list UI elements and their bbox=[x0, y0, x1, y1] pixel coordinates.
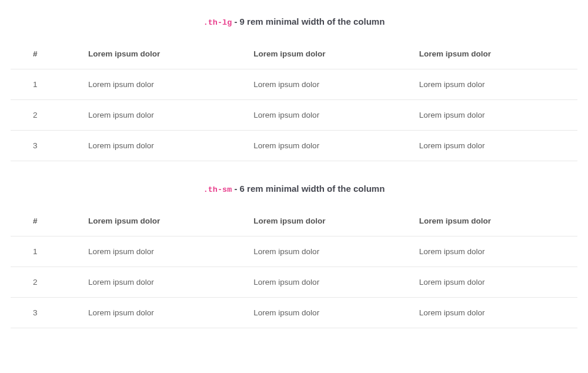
td-cell: Lorem ipsum dolor bbox=[412, 69, 577, 100]
th-col3: Lorem ipsum dolor bbox=[412, 206, 577, 237]
td-cell: Lorem ipsum dolor bbox=[412, 267, 577, 298]
td-index: 2 bbox=[11, 267, 81, 298]
td-cell: Lorem ipsum dolor bbox=[412, 298, 577, 328]
td-cell: Lorem ipsum dolor bbox=[412, 237, 577, 267]
td-cell: Lorem ipsum dolor bbox=[412, 100, 577, 131]
td-cell: Lorem ipsum dolor bbox=[81, 69, 246, 100]
td-index: 2 bbox=[11, 100, 81, 131]
td-cell: Lorem ipsum dolor bbox=[246, 100, 412, 131]
th-index: # bbox=[11, 39, 81, 69]
th-index: # bbox=[11, 206, 81, 237]
table-row: 3 Lorem ipsum dolor Lorem ipsum dolor Lo… bbox=[11, 298, 577, 328]
code-class-th-sm: .th-sm bbox=[203, 185, 232, 194]
section-th-lg: .th-lg - 9 rem minimal width of the colu… bbox=[11, 16, 577, 161]
table-th-lg-container: # Lorem ipsum dolor Lorem ipsum dolor Lo… bbox=[11, 39, 577, 161]
td-cell: Lorem ipsum dolor bbox=[246, 237, 412, 267]
td-cell: Lorem ipsum dolor bbox=[246, 131, 412, 161]
td-cell: Lorem ipsum dolor bbox=[246, 69, 412, 100]
section-desc-th-sm: - 6 rem minimal width of the column bbox=[232, 184, 385, 194]
section-desc-th-lg: - 9 rem minimal width of the column bbox=[232, 16, 385, 26]
td-cell: Lorem ipsum dolor bbox=[81, 267, 246, 298]
td-cell: Lorem ipsum dolor bbox=[81, 237, 246, 267]
table-row: 1 Lorem ipsum dolor Lorem ipsum dolor Lo… bbox=[11, 69, 577, 100]
td-index: 1 bbox=[11, 237, 81, 267]
table-th-lg: # Lorem ipsum dolor Lorem ipsum dolor Lo… bbox=[11, 39, 577, 161]
table-row: 3 Lorem ipsum dolor Lorem ipsum dolor Lo… bbox=[11, 131, 577, 161]
td-index: 1 bbox=[11, 69, 81, 100]
code-class-th-lg: .th-lg bbox=[203, 18, 232, 27]
section-title-th-sm: .th-sm - 6 rem minimal width of the colu… bbox=[11, 184, 577, 194]
table-header-row: # Lorem ipsum dolor Lorem ipsum dolor Lo… bbox=[11, 39, 577, 69]
th-col2: Lorem ipsum dolor bbox=[246, 39, 412, 69]
td-index: 3 bbox=[11, 131, 81, 161]
td-cell: Lorem ipsum dolor bbox=[246, 267, 412, 298]
td-cell: Lorem ipsum dolor bbox=[246, 298, 412, 328]
th-col1: Lorem ipsum dolor bbox=[81, 39, 246, 69]
td-cell: Lorem ipsum dolor bbox=[412, 131, 577, 161]
table-row: 1 Lorem ipsum dolor Lorem ipsum dolor Lo… bbox=[11, 237, 577, 267]
table-th-sm: # Lorem ipsum dolor Lorem ipsum dolor Lo… bbox=[11, 206, 577, 328]
table-row: 2 Lorem ipsum dolor Lorem ipsum dolor Lo… bbox=[11, 100, 577, 131]
td-cell: Lorem ipsum dolor bbox=[81, 100, 246, 131]
section-th-sm: .th-sm - 6 rem minimal width of the colu… bbox=[11, 184, 577, 328]
th-col1: Lorem ipsum dolor bbox=[81, 206, 246, 237]
table-th-sm-container: # Lorem ipsum dolor Lorem ipsum dolor Lo… bbox=[11, 206, 577, 328]
td-cell: Lorem ipsum dolor bbox=[81, 298, 246, 328]
td-cell: Lorem ipsum dolor bbox=[81, 131, 246, 161]
table-row: 2 Lorem ipsum dolor Lorem ipsum dolor Lo… bbox=[11, 267, 577, 298]
table-header-row: # Lorem ipsum dolor Lorem ipsum dolor Lo… bbox=[11, 206, 577, 237]
section-title-th-lg: .th-lg - 9 rem minimal width of the colu… bbox=[11, 16, 577, 27]
th-col2: Lorem ipsum dolor bbox=[246, 206, 412, 237]
th-col3: Lorem ipsum dolor bbox=[412, 39, 577, 69]
td-index: 3 bbox=[11, 298, 81, 328]
